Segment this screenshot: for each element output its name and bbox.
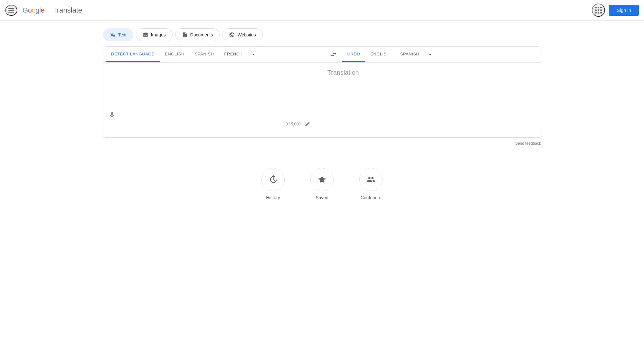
target-lang-spanish[interactable]: SPANISH bbox=[395, 47, 425, 62]
header-right: Sign in bbox=[592, 4, 639, 17]
swap-languages-button[interactable] bbox=[325, 48, 342, 61]
header-left: Google Translate bbox=[5, 5, 82, 16]
tab-images-label: Images bbox=[151, 32, 166, 37]
mode-tabs: Text Images Documents bbox=[103, 28, 541, 41]
chevron-down-icon bbox=[250, 51, 257, 58]
translation-container: DETECT LANGUAGE ENGLISH SPANISH FRENCH bbox=[103, 46, 541, 138]
svg-rect-2 bbox=[8, 12, 14, 13]
svg-rect-1 bbox=[8, 10, 14, 11]
saved-label: Saved bbox=[316, 195, 328, 200]
header: Google Translate Sign in bbox=[0, 0, 644, 21]
logo-link[interactable]: Google Translate bbox=[23, 6, 82, 15]
tab-documents[interactable]: Documents bbox=[175, 28, 220, 41]
contribute-item[interactable]: Contribute bbox=[359, 168, 383, 200]
saved-icon-circle bbox=[310, 168, 334, 191]
bottom-section: History Saved Contribute bbox=[103, 168, 541, 200]
source-lang-english[interactable]: ENGLISH bbox=[160, 47, 190, 62]
globe-icon bbox=[229, 32, 235, 38]
source-lang-spanish[interactable]: SPANISH bbox=[190, 47, 219, 62]
tab-documents-label: Documents bbox=[190, 32, 213, 37]
edit-button[interactable] bbox=[303, 120, 312, 128]
translate-icon bbox=[110, 32, 116, 38]
image-icon bbox=[143, 32, 148, 38]
translation-placeholder: Translation bbox=[327, 69, 359, 76]
star-icon bbox=[317, 175, 327, 184]
chevron-down-icon-target bbox=[427, 51, 433, 58]
sign-in-button[interactable]: Sign in bbox=[609, 5, 639, 16]
source-text-wrapper: 0 / 5,000 bbox=[103, 63, 322, 137]
feedback-link[interactable]: Send feedback bbox=[515, 141, 541, 146]
saved-item[interactable]: Saved bbox=[310, 168, 334, 200]
source-footer: 0 / 5,000 bbox=[109, 117, 317, 132]
source-lang-detect[interactable]: DETECT LANGUAGE bbox=[106, 47, 160, 62]
google-logo: Google bbox=[23, 6, 44, 15]
tab-text[interactable]: Text bbox=[103, 28, 133, 41]
menu-button[interactable] bbox=[5, 5, 17, 16]
apps-button[interactable] bbox=[592, 4, 605, 17]
apps-grid-icon bbox=[595, 7, 602, 14]
tab-websites[interactable]: Websites bbox=[222, 28, 262, 41]
feedback-row: Send feedback bbox=[103, 138, 541, 149]
history-label: History bbox=[266, 195, 280, 200]
source-lang-more-button[interactable] bbox=[248, 47, 259, 62]
target-lang-more-button[interactable] bbox=[424, 47, 436, 62]
contribute-icon-circle bbox=[359, 168, 383, 191]
logo-divider bbox=[48, 6, 50, 15]
history-icon bbox=[269, 175, 278, 184]
microphone-button[interactable] bbox=[106, 109, 118, 121]
tab-websites-label: Websites bbox=[237, 32, 256, 37]
target-lang-english[interactable]: ENGLISH bbox=[365, 47, 395, 62]
char-count: 0 / 5,000 bbox=[286, 122, 301, 126]
hamburger-icon bbox=[8, 8, 14, 13]
target-panel: URDU ENGLISH SPANISH Translation bbox=[322, 47, 541, 137]
source-lang-french[interactable]: FRENCH bbox=[219, 47, 248, 62]
source-lang-selector: DETECT LANGUAGE ENGLISH SPANISH FRENCH bbox=[103, 47, 322, 63]
swap-icon bbox=[330, 51, 337, 58]
source-panel: DETECT LANGUAGE ENGLISH SPANISH FRENCH bbox=[103, 47, 322, 137]
history-item[interactable]: History bbox=[261, 168, 285, 200]
target-lang-urdu[interactable]: URDU bbox=[342, 47, 365, 62]
tab-text-label: Text bbox=[118, 32, 127, 37]
contribute-label: Contribute bbox=[361, 195, 382, 200]
main-content: Text Images Documents bbox=[90, 21, 554, 208]
microphone-icon bbox=[109, 112, 116, 119]
document-icon bbox=[182, 32, 188, 38]
translation-output: Translation bbox=[322, 63, 541, 101]
target-lang-selector: URDU ENGLISH SPANISH bbox=[322, 47, 541, 63]
tab-images[interactable]: Images bbox=[136, 28, 173, 41]
translation-inner: DETECT LANGUAGE ENGLISH SPANISH FRENCH bbox=[103, 47, 541, 137]
source-textarea[interactable] bbox=[109, 68, 317, 116]
app-name: Translate bbox=[53, 6, 82, 15]
pencil-icon bbox=[305, 121, 310, 127]
svg-rect-0 bbox=[8, 8, 14, 9]
history-icon-circle bbox=[261, 168, 285, 191]
contribute-icon bbox=[366, 175, 375, 184]
